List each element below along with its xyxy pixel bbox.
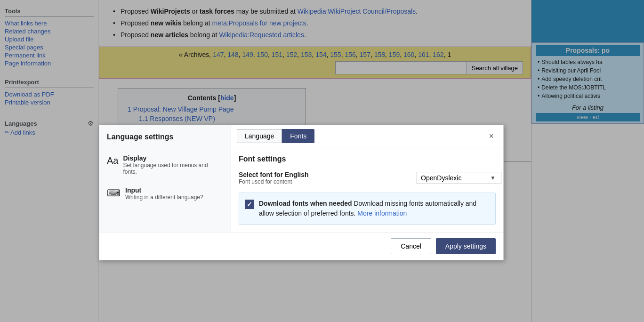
language-settings-dialog: Language settings Aa Display Set languag… [99, 125, 504, 260]
select-font-label: Select font for English [239, 171, 417, 178]
close-button[interactable]: × [485, 129, 498, 143]
more-information-link[interactable]: More information [357, 209, 407, 217]
font-settings-title: Font settings [239, 155, 496, 163]
display-item[interactable]: Aa Display Set language used for menus a… [99, 149, 231, 181]
dialog-left-panel: Language settings Aa Display Set languag… [99, 125, 231, 232]
checkbox-row: ✓ Download fonts when needed Download mi… [239, 193, 496, 225]
dialog-header: Language Fonts × [231, 125, 503, 147]
dialog-footer: Cancel Apply settings [99, 232, 503, 260]
checkbox-text: Download fonts when needed Download miss… [259, 199, 490, 218]
input-item[interactable]: ⌨ Input Writing in a different language? [99, 181, 231, 206]
language-tab[interactable]: Language [237, 129, 282, 143]
fonts-tab[interactable]: Fonts [282, 129, 314, 143]
dialog-body: Font settings Select font for English Fo… [231, 147, 503, 232]
cancel-button[interactable]: Cancel [391, 238, 431, 254]
dialog-tabs: Language Fonts [237, 129, 314, 143]
display-title: Display [123, 154, 223, 162]
input-title: Input [125, 186, 203, 194]
font-select-dropdown: OpenDyslexic Default Arial Times New Rom… [417, 172, 496, 184]
dialog-right-panel: Language Fonts × Font settings Select fo… [231, 125, 503, 232]
display-icon: Aa [107, 155, 118, 166]
font-select-row: Select font for English Font used for co… [239, 171, 496, 185]
dialog-left-title: Language settings [99, 125, 231, 149]
font-select-label: Select font for English Font used for co… [239, 171, 417, 185]
download-fonts-checkbox[interactable]: ✓ [245, 200, 254, 209]
dialog-main: Language settings Aa Display Set languag… [99, 125, 503, 232]
input-desc: Writing in a different language? [125, 194, 203, 201]
apply-settings-button[interactable]: Apply settings [436, 238, 496, 254]
checkmark-icon: ✓ [247, 201, 252, 208]
font-select[interactable]: OpenDyslexic Default Arial Times New Rom… [417, 172, 501, 184]
input-icon: ⌨ [107, 187, 121, 199]
checkbox-bold-label: Download fonts when needed [259, 200, 352, 207]
select-font-sublabel: Font used for content [239, 178, 417, 185]
display-desc: Set language used for menus and fonts. [123, 162, 223, 175]
